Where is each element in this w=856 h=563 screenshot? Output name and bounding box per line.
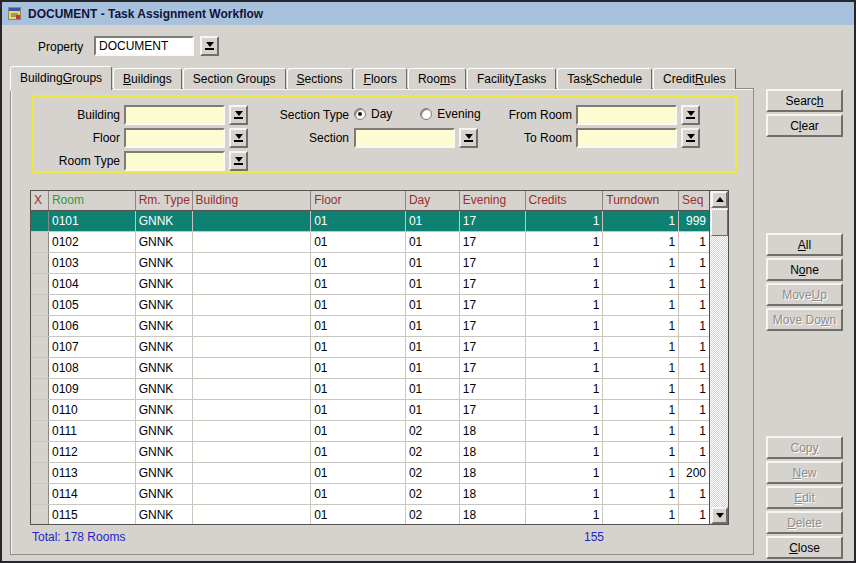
window-title: DOCUMENT - Task Assignment Workflow (28, 7, 263, 21)
table-cell: 02 (406, 421, 460, 441)
table-row[interactable]: 0101GNNK01011711999 (31, 211, 709, 232)
property-input[interactable] (94, 36, 194, 56)
vertical-scrollbar[interactable] (709, 191, 728, 524)
table-row[interactable]: 0112GNNK010218111 (31, 442, 709, 463)
scroll-down-button[interactable] (711, 507, 728, 524)
row-selector-cell[interactable] (31, 379, 49, 399)
table-row[interactable]: 0105GNNK010117111 (31, 295, 709, 316)
table-cell: 01 (311, 316, 406, 336)
table-row[interactable]: 0110GNNK010117111 (31, 400, 709, 421)
table-cell: 01 (311, 211, 406, 231)
total-rooms-status: Total: 178 Rooms (32, 530, 125, 544)
table-cell: 0103 (49, 253, 136, 273)
close-button[interactable]: Close (766, 536, 843, 559)
row-selector-cell[interactable] (31, 211, 49, 231)
table-row[interactable]: 0102GNNK010117111 (31, 232, 709, 253)
table-cell: 0109 (49, 379, 136, 399)
all-button[interactable]: All (766, 233, 843, 256)
tab-section-groups[interactable]: Section Groups (183, 68, 286, 89)
tab-rooms[interactable]: Rooms (408, 68, 466, 89)
table-row[interactable]: 0114GNNK010218111 (31, 484, 709, 505)
table-rows: 0101GNNK010117119990102GNNK0101171110103… (31, 211, 709, 524)
edit-button[interactable]: Edit (766, 486, 843, 509)
none-button[interactable]: None (766, 258, 843, 281)
row-selector-cell[interactable] (31, 337, 49, 357)
table-row[interactable]: 0109GNNK010117111 (31, 379, 709, 400)
up-arrow-icon (716, 197, 724, 202)
table-row[interactable]: 0113GNNK01021811200 (31, 463, 709, 484)
table-cell: GNNK (136, 484, 193, 504)
table-cell: 1 (679, 316, 709, 336)
table-row[interactable]: 0107GNNK010117111 (31, 337, 709, 358)
column-header-floor: Floor (311, 191, 406, 210)
table-cell (193, 463, 312, 483)
table-row[interactable]: 0106GNNK010117111 (31, 316, 709, 337)
search-button[interactable]: Search (766, 89, 843, 112)
row-selector-cell[interactable] (31, 274, 49, 294)
tab-facility-tasks[interactable]: Facility Tasks (467, 68, 556, 89)
row-selector-cell[interactable] (31, 400, 49, 420)
table-cell: 17 (460, 400, 526, 420)
tab-task-schedule[interactable]: Task Schedule (557, 68, 652, 89)
table-cell: 02 (406, 442, 460, 462)
table-cell: GNNK (136, 358, 193, 378)
table-cell: 01 (406, 232, 460, 252)
tab-building-groups[interactable]: Building Groups (10, 66, 112, 91)
table-row[interactable]: 0115GNNK010218111 (31, 505, 709, 524)
table-row[interactable]: 0108GNNK010117111 (31, 358, 709, 379)
move-up-button[interactable]: Move Up (766, 283, 843, 306)
table-cell: 02 (406, 484, 460, 504)
row-selector-cell[interactable] (31, 421, 49, 441)
column-header-evening: Evening (460, 191, 526, 210)
new-button[interactable]: New (766, 461, 843, 484)
table-cell: 1 (679, 232, 709, 252)
row-selector-cell[interactable] (31, 505, 49, 524)
table-cell: 17 (460, 337, 526, 357)
clear-button[interactable]: Clear (766, 114, 843, 137)
table-cell: 01 (406, 358, 460, 378)
row-selector-cell[interactable] (31, 253, 49, 273)
row-selector-cell[interactable] (31, 316, 49, 336)
table-cell: 1 (603, 421, 679, 441)
table-cell: 17 (460, 232, 526, 252)
rooms-table-body: XRoomRm. TypeBuildingFloorDayEveningCred… (31, 191, 709, 524)
table-cell (193, 274, 312, 294)
row-selector-cell[interactable] (31, 358, 49, 378)
table-cell: 01 (311, 274, 406, 294)
row-selector-cell[interactable] (31, 232, 49, 252)
table-cell: 1 (679, 274, 709, 294)
row-selector-cell[interactable] (31, 295, 49, 315)
table-row[interactable]: 0111GNNK010218111 (31, 421, 709, 442)
copy-button[interactable]: Copy (766, 436, 843, 459)
table-cell: GNNK (136, 442, 193, 462)
tab-bar: Building GroupsBuildingsSection GroupsSe… (10, 64, 737, 89)
tab-floors[interactable]: Floors (354, 68, 407, 89)
move-down-button[interactable]: Move Down (766, 308, 843, 331)
table-cell: 01 (311, 400, 406, 420)
table-cell: GNNK (136, 463, 193, 483)
table-cell: 1 (679, 253, 709, 273)
table-cell: 01 (406, 295, 460, 315)
scrollbar-thumb[interactable] (711, 209, 728, 236)
table-row[interactable]: 0104GNNK010117111 (31, 274, 709, 295)
table-cell (193, 484, 312, 504)
table-cell: 1 (603, 295, 679, 315)
table-cell: 0105 (49, 295, 136, 315)
row-selector-cell[interactable] (31, 484, 49, 504)
table-cell (193, 505, 312, 524)
row-selector-cell[interactable] (31, 442, 49, 462)
table-cell: 01 (311, 295, 406, 315)
table-cell: 17 (460, 358, 526, 378)
table-cell: 0110 (49, 400, 136, 420)
scroll-up-button[interactable] (711, 191, 728, 208)
delete-button[interactable]: Delete (766, 511, 843, 534)
tab-buildings[interactable]: Buildings (113, 68, 182, 89)
table-row[interactable]: 0103GNNK010117111 (31, 253, 709, 274)
property-lov-button[interactable] (200, 36, 219, 56)
table-cell: 18 (460, 421, 526, 441)
row-selector-cell[interactable] (31, 463, 49, 483)
table-cell: 17 (460, 316, 526, 336)
tab-credit-rules[interactable]: Credit Rules (653, 68, 736, 89)
table-cell: 1 (679, 505, 709, 524)
tab-sections[interactable]: Sections (287, 68, 353, 89)
